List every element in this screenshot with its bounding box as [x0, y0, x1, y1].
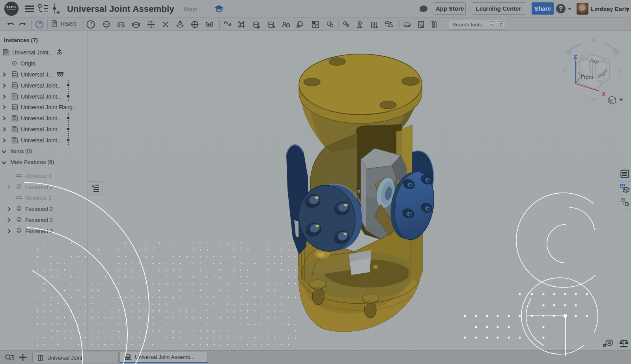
svg-text:Y: Y	[578, 71, 581, 76]
svg-text:X: X	[602, 91, 606, 97]
svg-text:Z: Z	[574, 54, 577, 60]
svg-text:Front: Front	[581, 74, 593, 80]
